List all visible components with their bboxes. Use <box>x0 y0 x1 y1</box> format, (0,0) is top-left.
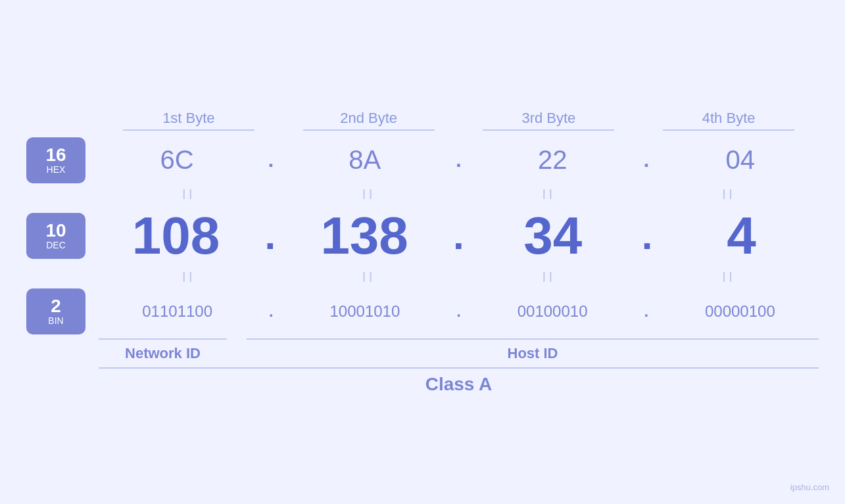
byte-header-1: 1st Byte <box>123 110 254 127</box>
byte-header-2: 2nd Byte <box>303 110 435 127</box>
bin-values-area: 01101100 . 10001010 . 00100010 . 0000010… <box>99 302 819 321</box>
dec-row: 10 DEC 108 . 138 . 34 . 4 <box>26 206 819 266</box>
hex-base-num: 16 <box>45 146 66 164</box>
dec-base-num: 10 <box>45 221 66 240</box>
host-id-label: Host ID <box>508 345 558 362</box>
hex-row: 16 HEX 6C . 8A . 22 . 04 <box>26 137 819 183</box>
byte-headers-row: 1st Byte 2nd Byte 3rd Byte 4th Byte <box>99 110 819 131</box>
equals-row-1: II II II II <box>99 183 819 206</box>
bracket-top-2 <box>303 129 435 131</box>
bin-val-3: 00100010 <box>487 302 618 321</box>
bracket-top-4 <box>663 129 794 131</box>
class-label: Class A <box>99 374 819 395</box>
equals-2-3: II <box>483 269 614 286</box>
bin-val-1: 01101100 <box>112 302 243 321</box>
dec-base-name: DEC <box>46 240 66 250</box>
dec-val-3: 34 <box>487 206 619 266</box>
hex-badge: 16 HEX <box>26 137 85 183</box>
network-id-section: Network ID <box>99 338 227 362</box>
bracket-top-3 <box>483 129 614 131</box>
hex-val-4: 04 <box>675 145 806 175</box>
dec-val-1: 108 <box>110 206 241 266</box>
bin-val-4: 00000100 <box>674 302 806 321</box>
bin-row: 2 BIN 01101100 . 10001010 . 00100010 . 0… <box>26 288 819 334</box>
bin-dot-3: . <box>644 302 648 321</box>
network-id-bracket <box>99 338 227 340</box>
host-id-bracket <box>247 338 819 340</box>
equals-row-2: II II II II <box>99 266 819 288</box>
class-section: Class A <box>99 367 819 395</box>
id-brackets-container: Network ID Host ID <box>99 338 819 362</box>
equals-1-4: II <box>663 186 794 203</box>
network-id-label: Network ID <box>125 345 201 362</box>
watermark: ipshu.com <box>790 482 829 492</box>
bin-val-2: 10001010 <box>299 302 431 321</box>
hex-base-name: HEX <box>47 164 66 175</box>
dec-dot-1: . <box>264 213 276 258</box>
bracket-top-1 <box>123 129 254 131</box>
bin-base-num: 2 <box>51 297 61 315</box>
bin-dot-2: . <box>456 302 461 321</box>
equals-1-2: II <box>303 186 435 203</box>
equals-2-4: II <box>663 269 794 286</box>
dec-dot-2: . <box>453 213 464 258</box>
hex-dot-2: . <box>456 148 462 172</box>
equals-1-3: II <box>483 186 614 203</box>
bin-dot-1: . <box>269 302 274 321</box>
dec-badge: 10 DEC <box>26 213 85 259</box>
equals-2-2: II <box>303 269 435 286</box>
dec-values-area: 108 . 138 . 34 . 4 <box>99 206 819 266</box>
equals-2-1: II <box>123 269 254 286</box>
hex-dot-1: . <box>268 148 274 172</box>
host-id-section: Host ID <box>247 338 819 362</box>
hex-val-1: 6C <box>111 145 243 175</box>
hex-values-area: 6C . 8A . 22 . 04 <box>99 145 819 175</box>
equals-1-1: II <box>123 186 254 203</box>
byte-header-3: 3rd Byte <box>483 110 614 127</box>
hex-dot-3: . <box>644 148 650 172</box>
hex-val-3: 22 <box>487 145 618 175</box>
bin-badge: 2 BIN <box>26 288 85 334</box>
bin-base-name: BIN <box>48 315 63 326</box>
dec-val-2: 138 <box>299 206 430 266</box>
class-bracket <box>99 367 819 369</box>
main-container: 1st Byte 2nd Byte 3rd Byte 4th Byte 16 H… <box>0 0 845 504</box>
byte-header-4: 4th Byte <box>663 110 794 127</box>
hex-val-2: 8A <box>299 145 431 175</box>
dec-val-4: 4 <box>675 206 807 266</box>
dec-dot-3: . <box>642 213 653 258</box>
